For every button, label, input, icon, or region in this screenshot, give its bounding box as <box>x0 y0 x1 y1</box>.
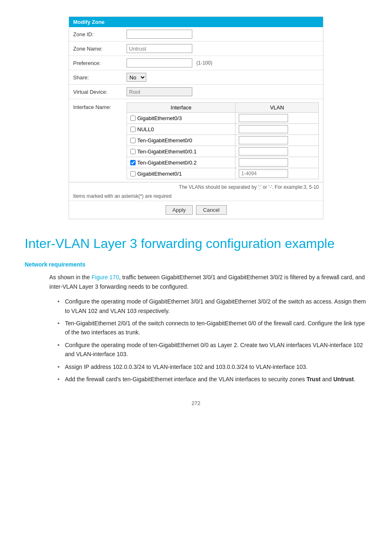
list-item: Assign IP address 102.0.0.3/24 to VLAN-i… <box>58 362 367 371</box>
table-row: GigabitEthernet0/3 <box>127 113 319 124</box>
cancel-button[interactable]: Cancel <box>196 205 226 215</box>
interface-checkbox-label: NULL0 <box>130 126 232 132</box>
list-item: Configure the operating mode of ten-Giga… <box>58 341 367 359</box>
form-header: Modify Zone <box>69 17 323 27</box>
asterisk-note: Items marked with an asterisk(*) are req… <box>69 192 323 201</box>
vlan-note: The VLANs should be separated by ';' or … <box>69 182 323 192</box>
virtual-device-input[interactable] <box>127 87 192 96</box>
figure-link[interactable]: Figure 170 <box>92 274 119 280</box>
share-select[interactable]: No Yes <box>127 73 146 82</box>
preference-row: Preference: 5 (1-100) <box>69 56 323 70</box>
zone-id-control: 4 <box>127 30 319 39</box>
zone-name-input[interactable] <box>127 44 192 53</box>
zone-name-control <box>127 44 319 53</box>
list-item: Add the firewall card's ten-GigabitEther… <box>58 375 367 384</box>
bullet-list: Configure the operating mode of GigabitE… <box>25 297 367 384</box>
share-label: Share: <box>73 74 127 81</box>
interface-checkbox-tengigabit00[interactable] <box>130 138 136 143</box>
apply-button[interactable]: Apply <box>166 205 193 215</box>
share-control: No Yes <box>127 73 319 82</box>
subsection-title: Network requirements <box>25 261 367 268</box>
preference-label: Preference: <box>73 60 127 66</box>
table-row: Ten-GigabitEthernet0/0 <box>127 135 319 146</box>
virtual-device-control <box>127 87 319 96</box>
virtual-device-row: Virtual Device: <box>69 85 323 99</box>
interface-checkbox-tengigabit002[interactable] <box>130 160 136 165</box>
interface-checkbox-gigabit01[interactable] <box>130 171 136 176</box>
interface-checkbox-null0[interactable] <box>130 127 136 132</box>
page-number: 272 <box>25 400 367 406</box>
form-body: Zone ID: 4 Zone Name: Preference: 5 (1-1… <box>69 27 323 219</box>
list-item: Configure the operating mode of GigabitE… <box>58 297 367 315</box>
modify-zone-form: Modify Zone Zone ID: 4 Zone Name: Prefer… <box>69 16 323 219</box>
share-row: Share: No Yes <box>69 70 323 85</box>
virtual-device-label: Virtual Device: <box>73 89 127 95</box>
interface-table-container: Interface VLAN GigabitEthernet0/3 NULL0 <box>127 102 319 179</box>
interface-checkbox-label: Ten-GigabitEthernet0/0 <box>130 137 232 144</box>
interface-table: Interface VLAN GigabitEthernet0/3 NULL0 <box>127 102 319 179</box>
zone-id-row: Zone ID: 4 <box>69 27 323 42</box>
zone-id-label: Zone ID: <box>73 31 127 37</box>
vlan-input-tengigabit00[interactable] <box>239 136 288 144</box>
list-item: Ten-GigabitEthernet 2/0/1 of the switch … <box>58 319 367 337</box>
preference-input[interactable]: 5 <box>127 58 192 67</box>
vlan-input-tengigabit001[interactable] <box>239 147 288 155</box>
vlan-input-tengigabit002[interactable] <box>239 158 288 167</box>
zone-id-input[interactable]: 4 <box>127 30 192 39</box>
zone-name-row: Zone Name: <box>69 42 323 56</box>
col-vlan-header: VLAN <box>235 103 319 113</box>
vlan-input-null0[interactable] <box>239 125 288 133</box>
interface-checkbox-label: GigabitEthernet0/3 <box>130 115 232 121</box>
trust-text: Trust <box>307 376 321 382</box>
interface-checkbox-label: GigabitEthernet0/1 <box>130 171 232 177</box>
interface-checkbox-gigabit03[interactable] <box>130 116 136 121</box>
preference-hint: (1-100) <box>196 60 212 66</box>
body-text: As shown in the Figure 170, traffic betw… <box>25 273 367 291</box>
interface-checkbox-label: Ten-GigabitEthernet0/0.1 <box>130 148 232 155</box>
vlan-input-gigabit01[interactable] <box>239 169 288 178</box>
table-row: Ten-GigabitEthernet0/0.2 <box>127 157 319 168</box>
button-row: Apply Cancel <box>69 201 323 219</box>
interface-name-row: Interface Name: Interface VLAN GigabitEt… <box>69 99 323 182</box>
col-interface-header: Interface <box>127 103 235 113</box>
table-row: Ten-GigabitEthernet0/0.1 <box>127 146 319 157</box>
vlan-input-gigabit03[interactable] <box>239 114 288 122</box>
zone-name-label: Zone Name: <box>73 46 127 52</box>
interface-checkbox-tengigabit001[interactable] <box>130 149 136 154</box>
preference-control: 5 (1-100) <box>127 58 319 67</box>
section-title: Inter-VLAN Layer 3 forwarding configurat… <box>25 236 367 251</box>
untrust-text: Untrust <box>333 376 354 382</box>
table-row: NULL0 <box>127 124 319 135</box>
table-row: GigabitEthernet0/1 <box>127 168 319 179</box>
interface-name-label: Interface Name: <box>73 102 127 110</box>
interface-checkbox-label: Ten-GigabitEthernet0/0.2 <box>130 160 232 166</box>
